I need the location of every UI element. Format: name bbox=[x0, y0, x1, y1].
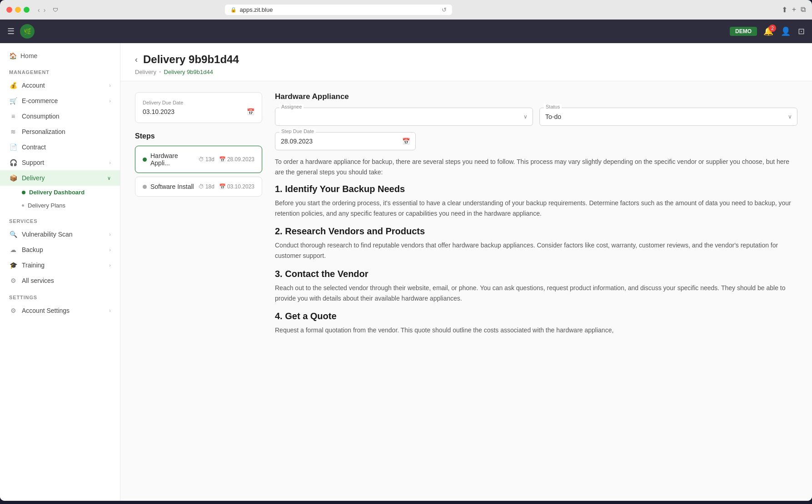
para-backup-needs: Before you start the ordering process, i… bbox=[275, 198, 797, 219]
step-hardware-name: Hardware Appli... bbox=[150, 152, 195, 167]
sidebar-item-contract[interactable]: 📄 Contract bbox=[0, 139, 120, 155]
sidebar-item-vulnerability-scan[interactable]: 🔍 Vulnerability Scan › bbox=[0, 227, 120, 242]
lock-icon: 🔒 bbox=[230, 7, 237, 13]
management-section-label: MANAGEMENT bbox=[0, 63, 120, 78]
status-select[interactable]: To-do In Progress Done bbox=[539, 108, 797, 126]
close-button[interactable] bbox=[6, 7, 12, 13]
layout-icon[interactable]: ⊡ bbox=[798, 26, 805, 36]
step-software-date: 03.10.2023 bbox=[227, 183, 254, 190]
step-card-hardware[interactable]: Hardware Appli... ⏱ 13d 📅 28.09.2023 bbox=[135, 146, 262, 173]
page-body: Delivery Due Date 03.10.2023 📅 Steps Har… bbox=[120, 81, 812, 501]
sidebar-item-account-settings[interactable]: ⚙ Account Settings › bbox=[0, 303, 120, 318]
sidebar-item-delivery-dashboard[interactable]: Delivery Dashboard bbox=[0, 186, 120, 199]
sidebar-item-training[interactable]: 🎓 Training › bbox=[0, 257, 120, 273]
assignee-status-row: Assignee ∨ Status To-do In Progress bbox=[275, 108, 797, 126]
para-get-quote: Request a formal quotation from the vend… bbox=[275, 325, 797, 336]
settings-section-label: SETTINGS bbox=[0, 288, 120, 303]
account-settings-icon: ⚙ bbox=[9, 307, 17, 314]
minimize-button[interactable] bbox=[15, 7, 21, 13]
home-label: Home bbox=[20, 52, 37, 59]
step-card-software[interactable]: Software Install ⏱ 18d 📅 03.10.2023 bbox=[135, 177, 262, 197]
sidebar-label-consumption: Consumption bbox=[22, 113, 60, 120]
step-hardware-date: 28.09.2023 bbox=[227, 156, 254, 163]
chevron-right-icon: › bbox=[109, 160, 111, 165]
page-title: Delivery 9b9b1d44 bbox=[143, 53, 239, 66]
sidebar-item-consumption[interactable]: ≡ Consumption bbox=[0, 109, 120, 124]
sidebar-item-delivery[interactable]: 📦 Delivery ∨ bbox=[0, 170, 120, 186]
due-date-card: Delivery Due Date 03.10.2023 📅 bbox=[135, 92, 262, 123]
description-intro: To order a hardware appliance for backup… bbox=[275, 157, 797, 178]
chevron-right-icon: › bbox=[109, 232, 111, 237]
delivery-icon: 📦 bbox=[9, 174, 17, 182]
due-date-field[interactable]: 03.10.2023 📅 bbox=[143, 108, 254, 115]
step-due-date-field: Step Due Date 28.09.2023 📅 bbox=[275, 132, 416, 150]
services-section-label: SERVICES bbox=[0, 212, 120, 227]
logo: 🌿 bbox=[20, 24, 35, 39]
sidebar-item-account[interactable]: 💰 Account › bbox=[0, 78, 120, 93]
tabs-icon[interactable]: ⧉ bbox=[801, 5, 806, 14]
sidebar-item-support[interactable]: 🎧 Support › bbox=[0, 155, 120, 170]
forward-icon[interactable]: › bbox=[44, 6, 46, 14]
sidebar-item-all-services[interactable]: ⚙ All services bbox=[0, 273, 120, 288]
share-icon[interactable]: ⬆ bbox=[782, 5, 787, 14]
back-icon[interactable]: ‹ bbox=[38, 6, 40, 14]
address-bar[interactable]: 🔒 apps.zit.blue ↺ bbox=[225, 5, 452, 15]
status-label: Status bbox=[544, 104, 562, 109]
url-text: apps.zit.blue bbox=[239, 6, 273, 13]
chevron-right-icon: › bbox=[109, 262, 111, 268]
sidebar-item-personalization[interactable]: ≋ Personalization bbox=[0, 124, 120, 139]
breadcrumb-delivery[interactable]: Delivery bbox=[135, 69, 156, 75]
all-services-icon: ⚙ bbox=[9, 277, 17, 284]
sidebar-item-delivery-plans[interactable]: Delivery Plans bbox=[0, 199, 120, 212]
sidebar-label-training: Training bbox=[22, 262, 45, 269]
user-icon[interactable]: 👤 bbox=[781, 26, 791, 36]
status-field: Status To-do In Progress Done ∨ bbox=[539, 108, 797, 126]
chevron-right-icon: › bbox=[109, 83, 111, 88]
sidebar-item-backup[interactable]: ☁ Backup › bbox=[0, 242, 120, 257]
sidebar-item-ecommerce[interactable]: 🛒 E-commerce › bbox=[0, 93, 120, 109]
assignee-label: Assignee bbox=[279, 104, 304, 109]
assignee-field: Assignee ∨ bbox=[275, 108, 533, 126]
due-date-label: Delivery Due Date bbox=[143, 100, 254, 105]
step-due-date-cal-icon[interactable]: 📅 bbox=[402, 138, 410, 145]
heading-get-quote: 4. Get a Quote bbox=[275, 311, 797, 321]
page-header: ‹ Delivery 9b9b1d44 Delivery • Delivery … bbox=[120, 43, 812, 81]
step-dot-active bbox=[143, 158, 147, 162]
sidebar-label-account: Account bbox=[22, 82, 45, 89]
sidebar-label-contract: Contract bbox=[22, 143, 46, 151]
sidebar: 🏠 Home MANAGEMENT 💰 Account › 🛒 E-commer… bbox=[0, 43, 120, 501]
heading-backup-needs: 1. Identify Your Backup Needs bbox=[275, 184, 797, 194]
notification-icon[interactable]: 🔔 2 bbox=[763, 26, 773, 36]
clock-icon-2: ⏱ bbox=[199, 183, 204, 190]
heading-contact-vendor: 3. Contact the Vendor bbox=[275, 269, 797, 279]
breadcrumb-separator: • bbox=[159, 69, 161, 75]
ecommerce-icon: 🛒 bbox=[9, 97, 17, 104]
home-icon: 🏠 bbox=[9, 52, 17, 59]
support-icon: 🎧 bbox=[9, 159, 17, 166]
back-button[interactable]: ‹ bbox=[135, 55, 138, 64]
active-dot bbox=[22, 191, 25, 194]
step-due-date-text: 28.09.2023 bbox=[281, 138, 313, 145]
assignee-select[interactable] bbox=[275, 108, 533, 126]
step-due-date-label: Step Due Date bbox=[279, 128, 316, 134]
reload-icon[interactable]: ↺ bbox=[442, 6, 447, 13]
contract-icon: 📄 bbox=[9, 143, 17, 151]
menu-icon[interactable]: ☰ bbox=[7, 26, 15, 36]
sidebar-label-backup: Backup bbox=[22, 246, 43, 253]
right-panel: Hardware Appliance Assignee ∨ Status bbox=[275, 92, 797, 490]
maximize-button[interactable] bbox=[24, 7, 30, 13]
chevron-right-icon: › bbox=[109, 247, 111, 252]
sidebar-label-all-services: All services bbox=[22, 277, 54, 284]
clock-icon: ⏱ bbox=[199, 156, 204, 163]
step-due-date-row: Step Due Date 28.09.2023 📅 bbox=[275, 132, 797, 150]
sidebar-home[interactable]: 🏠 Home bbox=[0, 49, 120, 63]
notification-badge: 2 bbox=[769, 25, 776, 32]
inactive-dot bbox=[22, 204, 24, 207]
new-tab-icon[interactable]: + bbox=[792, 5, 796, 14]
step-due-date-value-display[interactable]: 28.09.2023 📅 bbox=[275, 132, 416, 150]
sidebar-label-personalization: Personalization bbox=[22, 128, 65, 135]
calendar-icon[interactable]: 📅 bbox=[247, 108, 254, 115]
step-software-duration: 18d bbox=[205, 183, 214, 190]
para-contact-vendor: Reach out to the selected vendor through… bbox=[275, 283, 797, 304]
step-software-name: Software Install bbox=[150, 183, 195, 190]
